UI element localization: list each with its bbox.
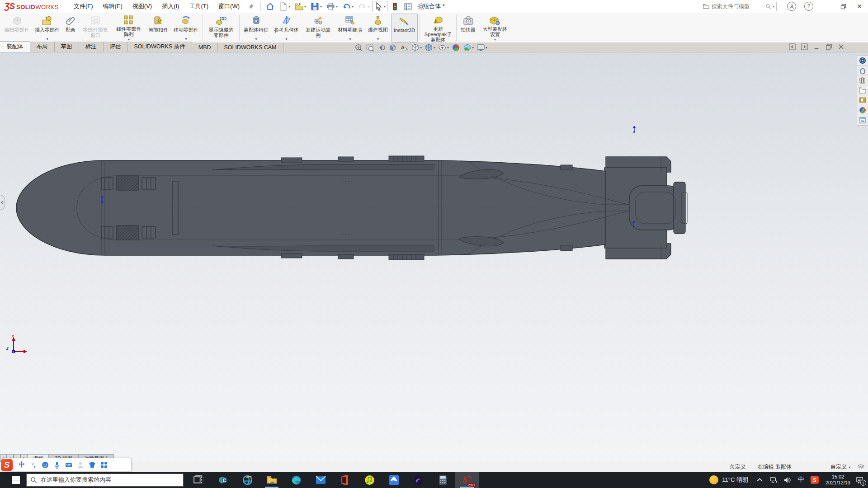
mail-icon[interactable] <box>308 472 333 488</box>
pane-left-icon[interactable] <box>789 43 796 50</box>
pane-right-icon[interactable] <box>801 43 808 50</box>
window-restore-icon[interactable] <box>836 1 850 12</box>
ribbon-button-reference-geometry[interactable]: 参考几何体▾ <box>272 14 301 42</box>
volume-icon[interactable] <box>781 472 795 488</box>
appearances-icon[interactable] <box>857 105 868 115</box>
dropdown-caret-icon[interactable]: ▾ <box>320 5 322 9</box>
select-cursor-button[interactable]: ▾ <box>373 1 387 12</box>
task-view-icon[interactable] <box>186 472 211 488</box>
dropdown-caret-icon[interactable]: ▾ <box>336 5 338 9</box>
home-tab-icon[interactable] <box>857 66 868 75</box>
file-explorer-icon[interactable] <box>259 472 284 488</box>
sogou-logo-icon[interactable]: S <box>1 459 13 471</box>
weather-widget[interactable]: 11°C 晴朗 <box>709 475 753 484</box>
ribbon-button-insert-component[interactable]: 插入零部件▾ <box>33 14 62 42</box>
ribbon-button-assembly-features[interactable]: 装配体特征▾ <box>241 14 271 42</box>
keyboard-icon[interactable] <box>63 461 75 469</box>
account-icon[interactable] <box>787 2 796 11</box>
hidden-icons-chevron-icon[interactable] <box>753 472 767 488</box>
taskbar-search-input[interactable]: 在这里输入你要搜索的内容 <box>26 474 184 487</box>
action-center-icon[interactable]: 1 <box>854 472 868 488</box>
tab-2[interactable]: 草图 <box>55 42 79 52</box>
netease-icon[interactable] <box>406 472 430 488</box>
menu-item-4[interactable]: 工具(T) <box>184 0 213 12</box>
dropdown-caret-icon[interactable]: ▾ <box>384 5 386 9</box>
ribbon-button-mate[interactable]: 配合 <box>63 14 78 42</box>
tab-3[interactable]: 标注 <box>79 42 104 52</box>
save-button[interactable]: ▾ <box>309 1 323 12</box>
view-orientation-button[interactable]: ▾ <box>410 43 423 52</box>
status-tag-icon[interactable] <box>858 464 864 470</box>
new-file-button[interactable]: ▾ <box>278 1 292 12</box>
hide-show-items-button[interactable]: ▾ <box>437 43 450 52</box>
tab-6[interactable]: MBD <box>192 43 218 52</box>
ribbon-button-bom[interactable]: 材料明细表▾ <box>335 14 365 42</box>
menu-item-1[interactable]: 编辑(E) <box>98 0 127 12</box>
design-library-icon[interactable] <box>857 75 868 85</box>
undo-button[interactable]: ▾ <box>341 1 355 12</box>
dropdown-caret-icon[interactable]: ▾ <box>472 46 474 50</box>
view-settings-button[interactable]: ▾ <box>476 43 488 52</box>
dropdown-caret-icon[interactable]: ▾ <box>420 46 422 50</box>
ribbon-button-smart-fasteners[interactable]: 智能扣件 <box>146 14 170 42</box>
minimize-doc-icon[interactable] <box>813 43 820 50</box>
search-dropdown-caret[interactable]: ▾ <box>773 5 774 9</box>
annotation-visibility-button[interactable]: A <box>399 43 409 52</box>
dropdown-caret-icon[interactable]: ▾ <box>447 46 449 50</box>
redo-button[interactable]: ▾ <box>357 1 371 12</box>
menu-item-5[interactable]: 窗口(W) <box>213 0 245 12</box>
file-explorer-pane-icon[interactable] <box>857 85 868 95</box>
dropdown-caret-icon[interactable]: ▾ <box>486 46 487 50</box>
toolbox-icon[interactable] <box>98 461 110 469</box>
zoom-fit-button[interactable] <box>354 43 364 52</box>
tab-4[interactable]: 评估 <box>104 42 128 52</box>
pin-menu-icon[interactable] <box>248 4 254 9</box>
close-doc-icon[interactable] <box>838 43 844 50</box>
menu-item-2[interactable]: 视图(V) <box>127 0 157 12</box>
edit-appearance-button[interactable] <box>451 43 461 52</box>
file-properties-button[interactable] <box>402 1 414 12</box>
custom-properties-icon[interactable] <box>857 115 868 125</box>
feature-tree-collapse-tab[interactable] <box>0 195 5 210</box>
dropdown-caret-icon[interactable]: ▾ <box>304 5 306 9</box>
submarine-model[interactable] <box>10 154 688 262</box>
dropdown-caret-icon[interactable]: ▾ <box>377 37 379 42</box>
menu-item-0[interactable]: 文件(F) <box>69 0 98 12</box>
dropdown-caret-icon[interactable]: ▾ <box>288 5 290 9</box>
help-icon[interactable]: ? <box>804 2 813 11</box>
ribbon-button-move-component[interactable]: 移动零部件▾ <box>171 14 201 42</box>
customize-statusbar[interactable]: 自定义 <box>830 463 847 471</box>
qq-music-icon[interactable] <box>357 472 382 488</box>
zoom-area-button[interactable] <box>365 43 375 52</box>
tray-sogou-icon[interactable]: S <box>807 472 822 488</box>
solidworks-app-icon[interactable]: S2021 <box>455 472 479 488</box>
ribbon-button-show-hidden[interactable]: 显示隐藏的零部件 <box>205 14 237 42</box>
section-view-button[interactable] <box>387 43 398 52</box>
dropdown-caret-icon[interactable]: ▾ <box>352 5 354 9</box>
start-button[interactable] <box>5 472 26 488</box>
customize-caret-icon[interactable]: ▴ <box>849 465 850 469</box>
dropdown-caret-icon[interactable]: ▾ <box>368 5 369 9</box>
print-button[interactable]: ▾ <box>325 1 339 12</box>
view-palette-icon[interactable] <box>857 95 868 105</box>
dropdown-caret-icon[interactable]: ▾ <box>255 37 257 42</box>
restore-doc-icon[interactable] <box>826 43 832 50</box>
ribbon-button-exploded-view[interactable]: 爆炸视图▾ <box>366 14 390 42</box>
tab-1[interactable]: 布局 <box>30 42 55 52</box>
ribbon-button-edit-component[interactable]: 编辑零部件 <box>2 14 32 42</box>
dropdown-caret-icon[interactable]: ▾ <box>285 37 287 42</box>
skin-icon[interactable] <box>86 461 98 469</box>
display-style-button[interactable]: ▾ <box>424 43 436 52</box>
mic-icon[interactable] <box>51 461 63 469</box>
ribbon-button-update-speedpak[interactable]: !更新Speedpak子装配体 <box>422 14 454 42</box>
open-file-button[interactable]: ▾ <box>293 1 307 12</box>
model-search-input[interactable]: 搜索文件与模型 ▾ <box>701 2 777 11</box>
graphics-area[interactable]: x z «‹›»模型3D 视图运动算例 1 <box>0 52 868 462</box>
edge-icon[interactable] <box>284 472 308 488</box>
tab-0[interactable]: 装配体 <box>0 41 30 52</box>
ribbon-button-linear-pattern[interactable]: 线性零部件阵列▾ <box>113 14 145 42</box>
tab-7[interactable]: SOLIDWORKS CAM <box>218 43 283 52</box>
search-icon[interactable] <box>765 4 771 9</box>
window-minimize-icon[interactable]: – <box>820 1 834 12</box>
emoji-icon[interactable] <box>39 461 51 469</box>
